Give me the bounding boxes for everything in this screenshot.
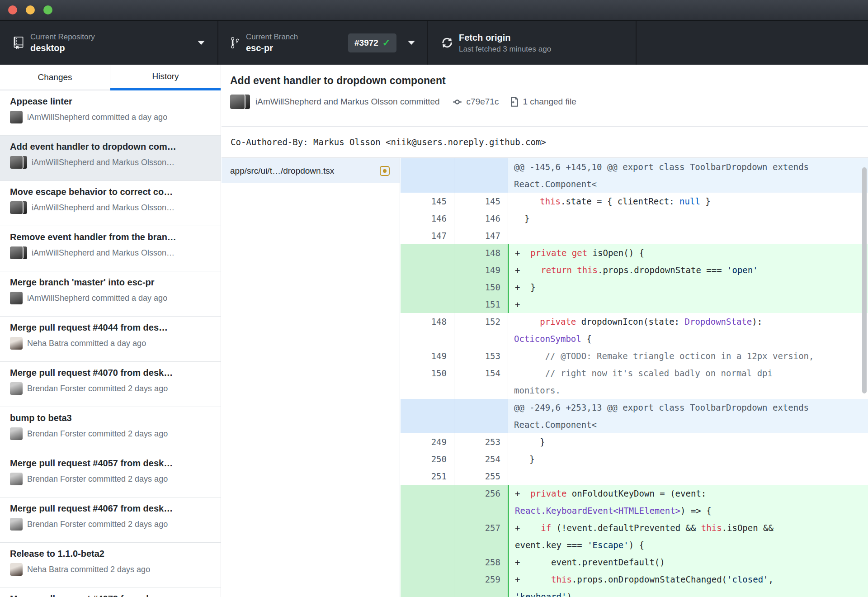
diff-line-content: @@ -249,6 +253,13 @@ export class Toolba…: [508, 399, 868, 433]
repo-label: Current Repository: [30, 33, 95, 41]
diff-hunk-header: @@ -249,6 +253,13 @@ export class Toolba…: [401, 399, 868, 433]
minimize-button[interactable]: [26, 5, 35, 14]
commit-list-item-meta: iAmWillShepherd and Markus Olsson…: [10, 201, 212, 214]
new-line-number: 258: [454, 554, 509, 571]
commit-list-item-byline: iAmWillShepherd committed a day ago: [27, 113, 167, 122]
diff-line: 149+ return this.props.dropdownState ===…: [401, 261, 868, 279]
commit-list-item-byline: iAmWillShepherd and Markus Olsson…: [32, 203, 175, 213]
commit-list-item-meta: iAmWillShepherd committed a day ago: [10, 111, 212, 123]
commit-list-item-meta: Brendan Forster committed 2 days ago: [10, 518, 212, 531]
commit-list-item-byline: iAmWillShepherd committed a day ago: [27, 294, 167, 303]
diff-line-content: + private get isOpen() {: [509, 244, 868, 261]
commit-list-item-meta: Brendan Forster committed 2 days ago: [10, 382, 212, 395]
diff-line-content: + return this.props.dropdownState === 'o…: [509, 261, 868, 279]
tab-changes[interactable]: Changes: [0, 65, 110, 90]
diff-line-content: // @TODO: Remake triangle octicon in a 1…: [508, 347, 868, 365]
new-line-number: 259: [454, 571, 509, 597]
commit-list-item[interactable]: Merge pull request #4072 from d…: [0, 588, 221, 597]
commit-list-item[interactable]: Merge pull request #4070 from desk…Brend…: [0, 362, 221, 407]
commit-sha: c79e71c: [467, 97, 499, 107]
diff-line: 257+ if (!event.defaultPrevented && this…: [401, 519, 868, 554]
pull-request-badge: #3972: [348, 33, 396, 52]
old-line-number: [401, 244, 454, 261]
commit-list-item[interactable]: bump to beta3Brendan Forster committed 2…: [0, 407, 221, 452]
repository-switcher-button[interactable]: Current Repository desktop: [0, 21, 218, 65]
commit-summary: Add event handler to dropdown component …: [222, 65, 868, 127]
file-diff-icon: [509, 96, 519, 107]
commit-byline: iAmWillShepherd and Markus Olsson commit…: [255, 97, 440, 107]
old-line-number: 249: [401, 433, 454, 450]
diff-line: 146146 }: [401, 210, 868, 227]
diff-line-content: @@ -145,6 +145,10 @@ export class Toolba…: [508, 158, 868, 193]
avatar: [10, 563, 23, 576]
diff-line-content: [508, 468, 868, 485]
old-line-number: 147: [401, 227, 454, 244]
new-line-number: 147: [454, 227, 508, 244]
commit-list-item-title: Move escape behavior to correct co…: [10, 187, 212, 197]
avatar: [10, 292, 23, 304]
diff-line: 251255: [401, 468, 868, 485]
commit-list-item-meta: Brendan Forster committed 2 days ago: [10, 473, 212, 485]
commit-list-item-title: Merge pull request #4067 from desk…: [10, 503, 212, 514]
repo-name: desktop: [30, 43, 95, 53]
fetch-title: Fetch origin: [459, 33, 551, 43]
diff-line-content: // right now it's scaled badly on normal…: [508, 365, 868, 399]
diff-line-content: +: [509, 296, 868, 313]
old-line-number: [401, 554, 454, 571]
old-line-number: 146: [401, 210, 454, 227]
commit-list-item[interactable]: Release to 1.1.0-beta2Neha Batra committ…: [0, 543, 221, 588]
diff-line: 147147: [401, 227, 868, 244]
branch-label: Current Branch: [246, 33, 328, 41]
commit-list-item-byline: iAmWillShepherd and Markus Olsson…: [32, 248, 175, 258]
commit-list-item[interactable]: Merge pull request #4057 from desk…Brend…: [0, 452, 221, 498]
check-icon: [382, 38, 391, 48]
diff-line: 149153 // @TODO: Remake triangle octicon…: [401, 347, 868, 365]
diff-line: 150154 // right now it's scaled badly on…: [401, 365, 868, 399]
commit-list-item[interactable]: Add event handler to dropdown com…iAmWil…: [0, 136, 221, 181]
new-line-number: 154: [454, 365, 508, 399]
close-button[interactable]: [8, 5, 17, 14]
avatar: [10, 337, 23, 350]
commit-list-item-meta: Brendan Forster committed 2 days ago: [10, 427, 212, 440]
commit-history-list: Appease linteriAmWillShepherd committed …: [0, 90, 221, 597]
maximize-button[interactable]: [43, 5, 52, 14]
old-line-number: [401, 158, 454, 193]
scrollbar-thumb[interactable]: [862, 167, 867, 393]
branch-name: esc-pr: [246, 43, 328, 53]
new-line-number: 149: [454, 261, 509, 279]
old-line-number: [401, 296, 454, 313]
commit-list-item[interactable]: Move escape behavior to correct co…iAmWi…: [0, 181, 221, 226]
diff-line: 258+ event.preventDefault(): [401, 554, 868, 571]
commit-list-item-title: Remove event handler from the bran…: [10, 232, 212, 242]
diff-line-content: this.state = { clientRect: null }: [508, 193, 868, 210]
new-line-number: 153: [454, 347, 508, 365]
commit-list-item[interactable]: Merge branch 'master' into esc-priAmWill…: [0, 271, 221, 317]
commit-list-item-byline: iAmWillShepherd and Markus Olsson…: [32, 158, 175, 167]
commit-title: Add event handler to dropdown component: [230, 75, 868, 87]
commit-list-item[interactable]: Appease linteriAmWillShepherd committed …: [0, 90, 221, 136]
old-line-number: 150: [401, 365, 454, 399]
diff-line: 150+ }: [401, 279, 868, 296]
new-line-number: 151: [454, 296, 509, 313]
git-branch-icon: [231, 36, 239, 49]
commit-list-item-title: Merge branch 'master' into esc-pr: [10, 277, 212, 288]
fetch-origin-button[interactable]: Fetch origin Last fetched 3 minutes ago: [428, 21, 637, 65]
commit-list-item-byline: Brendan Forster committed 2 days ago: [27, 384, 168, 393]
tab-history[interactable]: History: [110, 65, 221, 90]
branch-switcher-button[interactable]: Current Branch esc-pr #3972: [218, 21, 428, 65]
old-line-number: 148: [401, 313, 454, 347]
diff-line: 148+ private get isOpen() {: [401, 244, 868, 261]
git-commit-icon: [452, 97, 463, 107]
changed-files-count: 1 changed file: [523, 97, 576, 107]
file-list-item[interactable]: app/src/ui/t…/dropdown.tsx: [222, 158, 400, 183]
commit-list-item[interactable]: Remove event handler from the bran…iAmWi…: [0, 226, 221, 271]
diff-line: 256+ private onFoldoutKeyDown = (event: …: [401, 485, 868, 519]
avatar: [10, 427, 23, 440]
commit-list-item-title: Release to 1.1.0-beta2: [10, 549, 212, 559]
old-line-number: [401, 519, 454, 554]
commit-list-item-meta: Neha Batra committed 2 days ago: [10, 563, 212, 576]
commit-meta: iAmWillShepherd and Markus Olsson commit…: [230, 95, 868, 109]
diff-line-content: }: [508, 450, 868, 468]
commit-list-item[interactable]: Merge pull request #4067 from desk…Brend…: [0, 498, 221, 543]
commit-list-item[interactable]: Merge pull request #4044 from des…Neha B…: [0, 317, 221, 362]
